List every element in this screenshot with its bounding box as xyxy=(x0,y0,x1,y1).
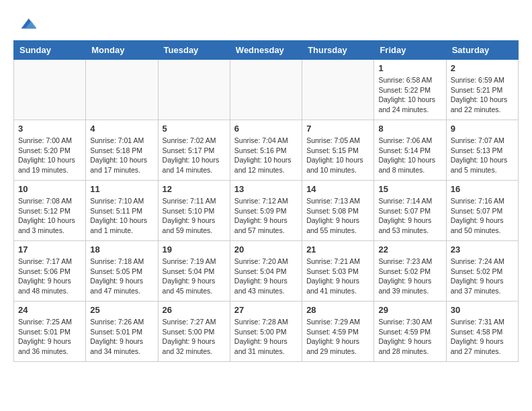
calendar-cell: 12Sunrise: 7:11 AM Sunset: 5:10 PM Dayli… xyxy=(158,181,230,241)
day-info: Sunrise: 7:06 AM Sunset: 5:14 PM Dayligh… xyxy=(378,136,441,175)
day-info: Sunrise: 7:24 AM Sunset: 5:02 PM Dayligh… xyxy=(451,257,514,296)
day-number: 3 xyxy=(18,124,81,134)
calendar-cell: 6Sunrise: 7:04 AM Sunset: 5:16 PM Daylig… xyxy=(230,120,302,181)
day-number: 18 xyxy=(90,244,153,255)
day-number: 25 xyxy=(90,305,153,315)
weekday-header-monday: Monday xyxy=(86,41,158,60)
day-number: 8 xyxy=(378,124,441,134)
day-info: Sunrise: 7:16 AM Sunset: 5:07 PM Dayligh… xyxy=(451,196,514,236)
day-number: 16 xyxy=(451,184,514,194)
day-number: 28 xyxy=(306,305,369,315)
calendar-cell: 3Sunrise: 7:00 AM Sunset: 5:20 PM Daylig… xyxy=(14,120,86,181)
calendar-week-4: 17Sunrise: 7:17 AM Sunset: 5:06 PM Dayli… xyxy=(14,241,519,302)
calendar-cell xyxy=(14,60,86,120)
day-number: 4 xyxy=(90,124,153,134)
day-number: 20 xyxy=(234,244,298,255)
calendar-cell: 18Sunrise: 7:18 AM Sunset: 5:05 PM Dayli… xyxy=(86,241,158,302)
calendar-cell: 14Sunrise: 7:13 AM Sunset: 5:08 PM Dayli… xyxy=(302,181,374,241)
day-number: 6 xyxy=(234,124,298,134)
day-info: Sunrise: 7:30 AM Sunset: 4:59 PM Dayligh… xyxy=(378,317,441,357)
day-number: 1 xyxy=(378,63,441,73)
day-info: Sunrise: 7:13 AM Sunset: 5:08 PM Dayligh… xyxy=(306,196,369,236)
calendar-cell: 17Sunrise: 7:17 AM Sunset: 5:06 PM Dayli… xyxy=(14,241,86,302)
calendar-cell: 1Sunrise: 6:58 AM Sunset: 5:22 PM Daylig… xyxy=(374,60,446,120)
weekday-header-saturday: Saturday xyxy=(446,41,518,60)
calendar-cell: 16Sunrise: 7:16 AM Sunset: 5:07 PM Dayli… xyxy=(446,181,518,241)
calendar-week-1: 1Sunrise: 6:58 AM Sunset: 5:22 PM Daylig… xyxy=(14,60,519,120)
day-number: 9 xyxy=(451,124,514,134)
day-number: 29 xyxy=(378,305,441,315)
logo xyxy=(13,13,36,34)
day-info: Sunrise: 7:31 AM Sunset: 4:58 PM Dayligh… xyxy=(451,317,514,357)
day-info: Sunrise: 7:01 AM Sunset: 5:18 PM Dayligh… xyxy=(90,136,153,175)
calendar-cell: 13Sunrise: 7:12 AM Sunset: 5:09 PM Dayli… xyxy=(230,181,302,241)
day-info: Sunrise: 7:07 AM Sunset: 5:13 PM Dayligh… xyxy=(451,136,514,175)
day-number: 24 xyxy=(18,305,81,315)
day-number: 5 xyxy=(163,124,226,134)
day-info: Sunrise: 7:04 AM Sunset: 5:16 PM Dayligh… xyxy=(234,136,298,175)
calendar-cell: 30Sunrise: 7:31 AM Sunset: 4:58 PM Dayli… xyxy=(446,302,518,362)
day-number: 13 xyxy=(234,184,298,194)
weekday-header-sunday: Sunday xyxy=(14,41,86,60)
day-info: Sunrise: 7:10 AM Sunset: 5:11 PM Dayligh… xyxy=(90,196,153,236)
day-info: Sunrise: 7:00 AM Sunset: 5:20 PM Dayligh… xyxy=(18,136,81,175)
weekday-header-row: SundayMondayTuesdayWednesdayThursdayFrid… xyxy=(14,41,519,60)
calendar-table: SundayMondayTuesdayWednesdayThursdayFrid… xyxy=(13,40,519,362)
day-info: Sunrise: 7:20 AM Sunset: 5:04 PM Dayligh… xyxy=(234,257,298,296)
calendar-cell: 23Sunrise: 7:24 AM Sunset: 5:02 PM Dayli… xyxy=(446,241,518,302)
day-number: 7 xyxy=(306,124,369,134)
day-info: Sunrise: 7:08 AM Sunset: 5:12 PM Dayligh… xyxy=(18,196,81,236)
day-info: Sunrise: 7:26 AM Sunset: 5:01 PM Dayligh… xyxy=(90,317,153,357)
calendar-cell: 2Sunrise: 6:59 AM Sunset: 5:21 PM Daylig… xyxy=(446,60,518,120)
calendar-body: 1Sunrise: 6:58 AM Sunset: 5:22 PM Daylig… xyxy=(14,60,519,362)
day-number: 15 xyxy=(378,184,441,194)
day-number: 22 xyxy=(378,244,441,255)
calendar-week-5: 24Sunrise: 7:25 AM Sunset: 5:01 PM Dayli… xyxy=(14,302,519,362)
day-number: 19 xyxy=(163,244,226,255)
day-info: Sunrise: 7:02 AM Sunset: 5:17 PM Dayligh… xyxy=(163,136,226,175)
day-number: 11 xyxy=(90,184,153,194)
calendar-cell: 15Sunrise: 7:14 AM Sunset: 5:07 PM Dayli… xyxy=(374,181,446,241)
logo-icon xyxy=(16,13,36,34)
day-info: Sunrise: 7:14 AM Sunset: 5:07 PM Dayligh… xyxy=(378,196,441,236)
calendar-cell: 29Sunrise: 7:30 AM Sunset: 4:59 PM Dayli… xyxy=(374,302,446,362)
calendar-cell: 25Sunrise: 7:26 AM Sunset: 5:01 PM Dayli… xyxy=(86,302,158,362)
calendar-header: SundayMondayTuesdayWednesdayThursdayFrid… xyxy=(14,41,519,60)
calendar-cell: 22Sunrise: 7:23 AM Sunset: 5:02 PM Dayli… xyxy=(374,241,446,302)
calendar-cell: 24Sunrise: 7:25 AM Sunset: 5:01 PM Dayli… xyxy=(14,302,86,362)
day-number: 10 xyxy=(18,184,81,194)
calendar-cell: 11Sunrise: 7:10 AM Sunset: 5:11 PM Dayli… xyxy=(86,181,158,241)
calendar-cell: 21Sunrise: 7:21 AM Sunset: 5:03 PM Dayli… xyxy=(302,241,374,302)
calendar-cell: 19Sunrise: 7:19 AM Sunset: 5:04 PM Dayli… xyxy=(158,241,230,302)
day-number: 17 xyxy=(18,244,81,255)
weekday-header-tuesday: Tuesday xyxy=(158,41,230,60)
day-info: Sunrise: 7:05 AM Sunset: 5:15 PM Dayligh… xyxy=(306,136,369,175)
weekday-header-thursday: Thursday xyxy=(302,41,374,60)
day-info: Sunrise: 7:19 AM Sunset: 5:04 PM Dayligh… xyxy=(163,257,226,296)
day-number: 26 xyxy=(163,305,226,315)
weekday-header-wednesday: Wednesday xyxy=(230,41,302,60)
calendar-week-2: 3Sunrise: 7:00 AM Sunset: 5:20 PM Daylig… xyxy=(14,120,519,181)
day-number: 30 xyxy=(451,305,514,315)
calendar-cell: 28Sunrise: 7:29 AM Sunset: 4:59 PM Dayli… xyxy=(302,302,374,362)
day-info: Sunrise: 7:18 AM Sunset: 5:05 PM Dayligh… xyxy=(90,257,153,296)
day-number: 12 xyxy=(163,184,226,194)
day-info: Sunrise: 7:12 AM Sunset: 5:09 PM Dayligh… xyxy=(234,196,298,236)
calendar-cell: 26Sunrise: 7:27 AM Sunset: 5:00 PM Dayli… xyxy=(158,302,230,362)
calendar-cell xyxy=(302,60,374,120)
calendar-cell: 8Sunrise: 7:06 AM Sunset: 5:14 PM Daylig… xyxy=(374,120,446,181)
day-info: Sunrise: 6:59 AM Sunset: 5:21 PM Dayligh… xyxy=(451,75,514,115)
day-info: Sunrise: 7:23 AM Sunset: 5:02 PM Dayligh… xyxy=(378,257,441,296)
day-info: Sunrise: 7:25 AM Sunset: 5:01 PM Dayligh… xyxy=(18,317,81,357)
day-info: Sunrise: 7:11 AM Sunset: 5:10 PM Dayligh… xyxy=(163,196,226,236)
day-number: 2 xyxy=(451,63,514,73)
calendar-cell xyxy=(230,60,302,120)
day-info: Sunrise: 7:17 AM Sunset: 5:06 PM Dayligh… xyxy=(18,257,81,296)
day-info: Sunrise: 7:27 AM Sunset: 5:00 PM Dayligh… xyxy=(163,317,226,357)
day-info: Sunrise: 6:58 AM Sunset: 5:22 PM Dayligh… xyxy=(378,75,441,115)
calendar-cell: 9Sunrise: 7:07 AM Sunset: 5:13 PM Daylig… xyxy=(446,120,518,181)
calendar-cell xyxy=(86,60,158,120)
day-number: 14 xyxy=(306,184,369,194)
day-info: Sunrise: 7:21 AM Sunset: 5:03 PM Dayligh… xyxy=(306,257,369,296)
calendar-cell: 5Sunrise: 7:02 AM Sunset: 5:17 PM Daylig… xyxy=(158,120,230,181)
